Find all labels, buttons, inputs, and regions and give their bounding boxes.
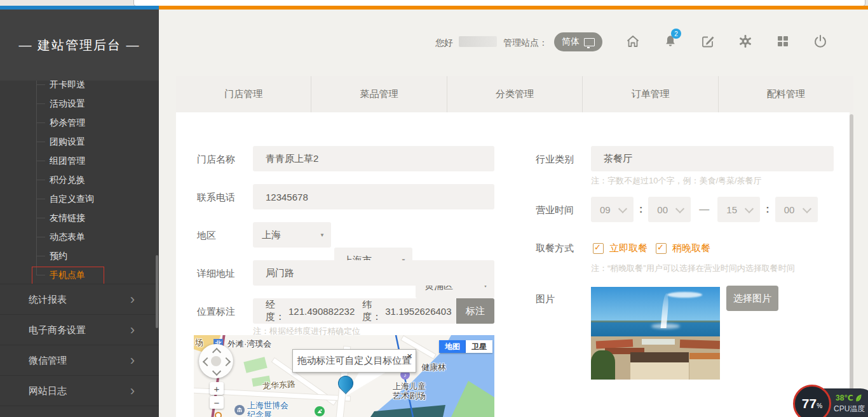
- sidebar-item-zidingyi[interactable]: 自定义查询: [50, 191, 126, 206]
- map-pan-control[interactable]: [199, 344, 233, 378]
- sidebar-item-miaosha[interactable]: 秒杀管理: [50, 115, 126, 130]
- tab-order-management[interactable]: 订单管理: [583, 76, 718, 112]
- home-icon[interactable]: [625, 33, 641, 50]
- monitor-icon: [584, 38, 595, 46]
- sidebar-item-jifen[interactable]: 积分兑换: [50, 172, 126, 187]
- checkbox-checked-icon[interactable]: ✓: [593, 243, 604, 254]
- pickup-option-now[interactable]: ✓ 立即取餐: [593, 242, 648, 255]
- pickup-option-later[interactable]: ✓ 稍晚取餐: [656, 242, 710, 255]
- choose-image-button[interactable]: 选择图片: [726, 286, 778, 311]
- sidebar-section-label: 统计报表: [29, 294, 67, 306]
- page-scrollbar-thumb[interactable]: [850, 114, 853, 403]
- sidebar-section-rizhi[interactable]: 网站日志 ›: [0, 375, 159, 406]
- sidebar-item-yuyue[interactable]: 预约: [50, 248, 126, 263]
- cpu-temp-value: 38℃: [836, 394, 853, 402]
- sidebar-section-label: 微信管理: [29, 355, 67, 367]
- photo-fountain-mist: [651, 324, 680, 329]
- plus-icon: +: [214, 383, 220, 394]
- map-label-park: 健康林: [421, 362, 446, 373]
- location-label: 位置标注: [197, 306, 235, 318]
- pan-right-icon[interactable]: [222, 357, 231, 366]
- app-title: — 建站管理后台 —: [18, 37, 140, 54]
- photo-roof-dark: [630, 352, 689, 363]
- pickup-now-label: 立即取餐: [609, 242, 648, 255]
- pan-down-icon[interactable]: [212, 367, 221, 376]
- checkbox-checked-icon[interactable]: ✓: [656, 243, 667, 254]
- industry-input[interactable]: 茶餐厅: [591, 146, 834, 171]
- province-select[interactable]: 上海 ▼: [253, 222, 331, 248]
- tree-tick: [36, 161, 45, 161]
- industry-note: 注：字数不超过10个字，例：美食/粤菜/茶餐厅: [591, 175, 762, 187]
- map-poi-circle: [215, 412, 222, 417]
- power-icon[interactable]: [812, 33, 829, 50]
- zoom-in-button[interactable]: +: [210, 382, 224, 395]
- close-minute-select[interactable]: 00: [775, 197, 818, 222]
- mark-location-button[interactable]: 标注: [456, 298, 494, 324]
- greeting-text: 您好: [435, 37, 453, 49]
- sidebar-item-shouji-diandan-active[interactable]: 手机点单: [50, 267, 126, 282]
- check-icon: ✓: [594, 242, 601, 252]
- gear-icon[interactable]: [737, 33, 754, 50]
- phone-label: 联系电话: [197, 192, 235, 204]
- map-tooltip-text: 拖动标注可自定义目标位置: [297, 355, 412, 367]
- music-note: ♪: [403, 372, 407, 378]
- chevron-right-icon: ›: [130, 354, 135, 367]
- tab-ingredient-management[interactable]: 配料管理: [719, 76, 853, 112]
- sidebar-section-weixin[interactable]: 微信管理 ›: [0, 345, 159, 376]
- industry-label: 行业类别: [536, 154, 574, 166]
- sidebar-item-huodong[interactable]: 活动设置: [50, 96, 126, 111]
- sidebar-item-dongtai[interactable]: 动态表单: [50, 229, 126, 244]
- pan-left-icon[interactable]: [203, 357, 212, 366]
- language-pill-button[interactable]: 简体: [554, 32, 602, 51]
- chevron-down-icon: [675, 204, 684, 213]
- map-label-expo2: 纪念展: [247, 409, 272, 417]
- open-hour-select[interactable]: 09: [591, 197, 634, 222]
- chevron-down-icon: [618, 204, 627, 213]
- sidebar-section-dianzi[interactable]: 电子商务设置 ›: [0, 314, 159, 345]
- tree-tick: [36, 142, 45, 142]
- tab-dish-management[interactable]: 菜品管理: [311, 76, 447, 112]
- sidebar-item-youqing[interactable]: 友情链接: [50, 210, 126, 225]
- check-icon: ✓: [657, 242, 664, 252]
- cpu-usage-value: 77: [802, 387, 817, 417]
- pan-center[interactable]: [211, 356, 221, 366]
- open-minute-select[interactable]: 00: [648, 197, 691, 222]
- sidebar-item-zutuan[interactable]: 组团管理: [50, 153, 126, 168]
- chevron-right-icon: ›: [130, 293, 135, 306]
- store-name-input[interactable]: 青青原上草2: [253, 146, 494, 171]
- map-widget[interactable]: 场 北 外滩·湾璞会 龙华东路 上海世博会 纪念展 ♪: [194, 335, 494, 417]
- map-type-satellite-label: 卫星: [471, 341, 487, 352]
- chevron-down-icon: [745, 204, 754, 213]
- photo-trees: [591, 350, 615, 380]
- industry-value: 茶餐厅: [604, 153, 632, 165]
- cpu-usage-unit: %: [817, 402, 822, 409]
- tab-category-management[interactable]: 分类管理: [447, 76, 583, 112]
- lng-value: 121.490882232: [288, 306, 355, 317]
- photo-roof: [689, 353, 720, 359]
- province-value: 上海: [262, 229, 281, 241]
- sidebar-section-label: 电子商务设置: [29, 324, 86, 336]
- store-photo-thumbnail: [591, 287, 720, 380]
- pan-up-icon[interactable]: [212, 348, 221, 357]
- tab-store-management[interactable]: 门店管理: [176, 76, 311, 112]
- leaf-icon: [855, 394, 862, 402]
- time-colon: :: [639, 204, 642, 215]
- sidebar-scrollbar-thumb[interactable]: [156, 255, 158, 328]
- tooltip-close-icon[interactable]: ×: [407, 350, 412, 361]
- sidebar-item-tuangou[interactable]: 团购设置: [50, 134, 126, 149]
- map-type-satellite-button[interactable]: 卫星: [466, 340, 492, 353]
- edit-icon[interactable]: [700, 33, 716, 50]
- zoom-out-button[interactable]: −: [210, 396, 224, 409]
- map-label-theater2: 艺术剧场: [393, 390, 426, 402]
- location-input[interactable]: 经度： 121.490882232 纬度： 31.1952626403: [253, 298, 456, 324]
- map-type-map-button[interactable]: 地图: [439, 340, 466, 353]
- store-name-label: 门店名称: [197, 154, 235, 166]
- apps-grid-icon[interactable]: [775, 33, 791, 50]
- address-input[interactable]: 局门路: [253, 260, 494, 286]
- phone-input[interactable]: 12345678: [253, 184, 494, 209]
- sidebar-section-tongji[interactable]: 统计报表 ›: [0, 284, 159, 315]
- time-dash: —: [699, 204, 709, 215]
- chevron-right-icon: ›: [130, 324, 135, 336]
- close-hour-select[interactable]: 15: [717, 197, 760, 222]
- cpu-temp-label: CPU温度: [834, 404, 865, 414]
